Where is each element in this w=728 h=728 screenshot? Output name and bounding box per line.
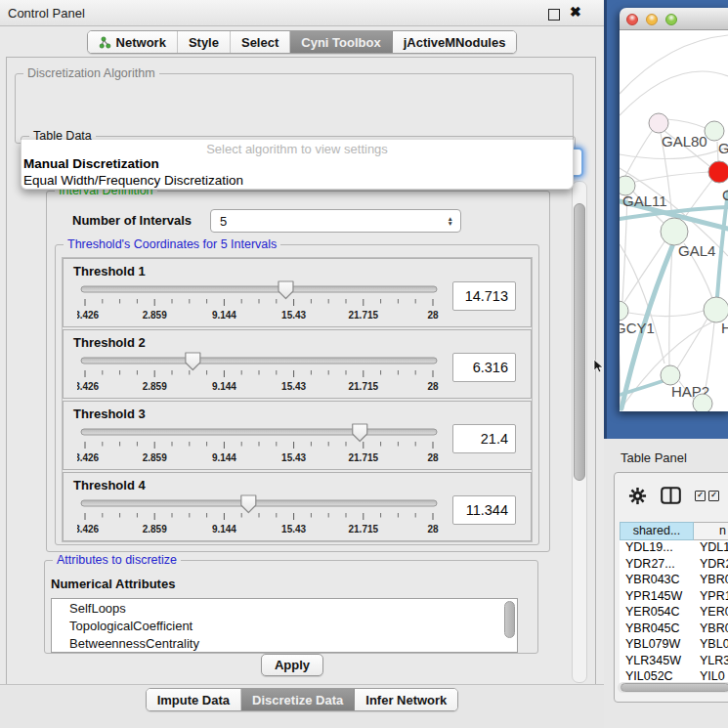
attribute-item-betweennesscentrality[interactable]: BetweennessCentrality bbox=[52, 634, 517, 652]
settings-scrollbar-thumb[interactable] bbox=[574, 203, 585, 481]
table-row[interactable]: YER054CYER0 bbox=[620, 605, 728, 621]
network-node-gcy1[interactable] bbox=[620, 301, 628, 321]
svg-text:28: 28 bbox=[427, 310, 439, 321]
checkbox-icon[interactable]: ✓ bbox=[695, 491, 706, 501]
table-row[interactable]: YBL079WYBL0 bbox=[620, 637, 728, 654]
network-node-hap2[interactable] bbox=[661, 365, 680, 385]
network-icon bbox=[99, 36, 111, 49]
dropdown-option-manual-discretization[interactable]: Manual Discretization bbox=[21, 156, 573, 173]
bottom-tab-infer-network[interactable]: Infer Network bbox=[355, 689, 457, 710]
column-header-2[interactable]: n bbox=[694, 522, 728, 540]
table-panel-region: Table Panel ✓ bbox=[604, 439, 728, 728]
table-row[interactable]: YBR043CYBR0 bbox=[620, 573, 728, 589]
bottom-tab-impute-data[interactable]: Impute Data bbox=[147, 689, 241, 710]
apply-button[interactable]: Apply bbox=[261, 654, 323, 676]
node-label: GA bbox=[718, 140, 728, 156]
threshold-2-value-field[interactable]: 6.316 bbox=[452, 353, 516, 382]
slider-thumb[interactable] bbox=[186, 353, 200, 370]
close-icon[interactable]: ✖ bbox=[570, 4, 581, 20]
network-edge bbox=[666, 119, 706, 128]
split-view-icon[interactable] bbox=[661, 487, 681, 504]
tab-style[interactable]: Style bbox=[178, 31, 231, 53]
slider-thumb[interactable] bbox=[241, 495, 256, 513]
float-window-icon[interactable] bbox=[548, 9, 560, 21]
zoom-traffic-light[interactable] bbox=[665, 14, 677, 25]
table-row[interactable]: YPR145WYPR1 bbox=[620, 589, 728, 606]
threshold-4-slider[interactable]: -3.4262.8599.14415.4321.71528 bbox=[77, 493, 441, 542]
dropdown-option-equal-width-frequency-discretization[interactable]: Equal Width/Frequency Discretization bbox=[21, 173, 573, 190]
threshold-4-value-field[interactable]: 11.344 bbox=[452, 495, 516, 525]
attributes-group: Attributes to discretize Numerical Attri… bbox=[44, 560, 538, 654]
gear-icon[interactable] bbox=[628, 487, 647, 505]
checkbox-icon[interactable]: ✓ bbox=[708, 491, 719, 501]
column-header-1[interactable]: shared... bbox=[620, 522, 694, 540]
node-table: shared...n YDL19...YDL1YDR27...YDR2YBR04… bbox=[620, 522, 728, 686]
threshold-3-value-field[interactable]: 21.4 bbox=[452, 424, 516, 453]
svg-text:-3.426: -3.426 bbox=[77, 310, 100, 321]
node-label: C bbox=[722, 187, 728, 203]
tab-label: Select bbox=[241, 35, 278, 50]
number-of-intervals-combobox[interactable]: 5 ▲▼ bbox=[210, 209, 461, 233]
dropdown-prompt: Select algorithm to view settings bbox=[21, 140, 573, 156]
threshold-label: Threshold 3 bbox=[73, 407, 146, 421]
settings-scrollbar[interactable] bbox=[572, 181, 587, 683]
svg-text:2.859: 2.859 bbox=[143, 452, 167, 463]
list-scrollbar-thumb[interactable] bbox=[504, 601, 515, 638]
svg-text:-3.426: -3.426 bbox=[77, 381, 100, 392]
numerical-attributes-heading: Numerical Attributes bbox=[51, 577, 175, 591]
cell-name: YBR0 bbox=[694, 573, 728, 589]
threshold-list: Threshold 1 -3.4262.8599.14415.4321.7152… bbox=[62, 257, 533, 542]
close-traffic-light[interactable] bbox=[626, 14, 638, 25]
network-edge bbox=[625, 130, 653, 176]
bottom-tab-discretize-data[interactable]: Discretize Data bbox=[241, 689, 355, 710]
tab-select[interactable]: Select bbox=[231, 31, 290, 53]
table-panel-title: Table Panel bbox=[621, 450, 687, 465]
svg-text:21.715: 21.715 bbox=[349, 524, 379, 535]
threshold-1-panel: Threshold 1 -3.4262.8599.14415.4321.7152… bbox=[63, 258, 532, 327]
network-node-c[interactable] bbox=[708, 161, 728, 183]
tab-network[interactable]: Network bbox=[88, 31, 178, 53]
svg-text:15.43: 15.43 bbox=[281, 524, 306, 535]
cell-name: YBR0 bbox=[694, 621, 728, 638]
tab-label: Network bbox=[116, 35, 166, 50]
table-row[interactable]: YLR345WYLR3 bbox=[620, 654, 728, 670]
network-node-gal4[interactable] bbox=[661, 218, 688, 245]
cell-shared-name: YPR145W bbox=[620, 589, 694, 606]
tab-cyni-toolbox[interactable]: Cyni Toolbox bbox=[290, 31, 392, 53]
table-row[interactable]: YBR045CYBR0 bbox=[620, 621, 728, 638]
table-row[interactable]: YDL19...YDL1 bbox=[620, 540, 728, 557]
threshold-2-slider[interactable]: -3.4262.8599.14415.4321.71528 bbox=[77, 351, 441, 400]
threshold-1-slider[interactable]: -3.4262.8599.14415.4321.71528 bbox=[77, 279, 441, 328]
network-canvas[interactable]: GAL80GACGAL11GAL4GCY1HHAP2 bbox=[620, 30, 728, 411]
svg-text:9.144: 9.144 bbox=[212, 310, 236, 321]
table-horizontal-scrollbar[interactable] bbox=[618, 682, 728, 693]
network-node-gal80[interactable] bbox=[649, 113, 668, 133]
screen: Control Panel ✖ NetworkStyleSelectCyni T… bbox=[0, 0, 728, 728]
slider-thumb[interactable] bbox=[278, 281, 293, 299]
attribute-item-topologicalcoefficient[interactable]: TopologicalCoefficient bbox=[52, 617, 517, 634]
cell-name: YDL1 bbox=[694, 540, 728, 557]
cell-name: YLR3 bbox=[694, 654, 728, 670]
slider-thumb[interactable] bbox=[353, 424, 367, 442]
slider-graphic: -3.4262.8599.14415.4321.71528 bbox=[77, 493, 441, 538]
tab-jactivemnodules[interactable]: jActiveMNodules bbox=[393, 31, 517, 53]
network-node-ga[interactable] bbox=[705, 121, 724, 141]
svg-text:9.144: 9.144 bbox=[212, 452, 236, 463]
threshold-1-value-field[interactable]: 14.713 bbox=[452, 281, 516, 311]
tab-group: NetworkStyleSelectCyni ToolboxjActiveMNo… bbox=[87, 30, 518, 54]
threshold-3-slider[interactable]: -3.4262.8599.14415.4321.71528 bbox=[77, 422, 441, 471]
control-panel-titlebar: Control Panel ✖ bbox=[0, 0, 604, 26]
threshold-2-panel: Threshold 2 -3.4262.8599.14415.4321.7152… bbox=[63, 329, 532, 399]
table-row[interactable]: YDR27...YDR2 bbox=[620, 557, 728, 574]
threshold-4-panel: Threshold 4 -3.4262.8599.14415.4321.7152… bbox=[63, 472, 532, 541]
cell-name: YPR1 bbox=[694, 589, 728, 606]
threshold-3-panel: Threshold 3 -3.4262.8599.14415.4321.7152… bbox=[63, 401, 532, 470]
minimize-traffic-light[interactable] bbox=[646, 14, 658, 25]
cell-shared-name: YDR27... bbox=[620, 557, 694, 574]
table-toolbar: ✓ ✓ bbox=[615, 473, 728, 518]
table-hscrollbar-thumb[interactable] bbox=[621, 683, 728, 692]
numerical-attributes-list[interactable]: SelfLoopsTopologicalCoefficientBetweenne… bbox=[51, 598, 518, 653]
svg-text:-3.426: -3.426 bbox=[77, 452, 100, 463]
attribute-item-selfloops[interactable]: SelfLoops bbox=[52, 599, 517, 617]
network-node[interactable] bbox=[693, 394, 712, 411]
